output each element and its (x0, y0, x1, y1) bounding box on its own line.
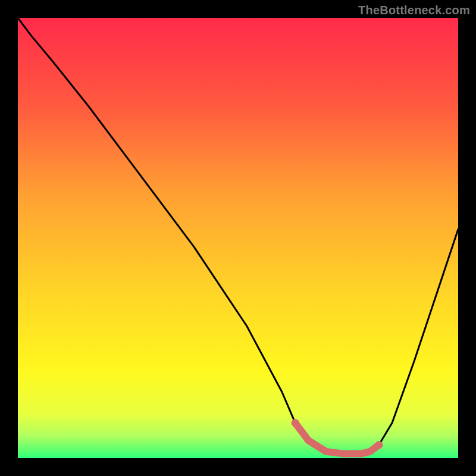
series-bottleneck-curve (18, 18, 458, 454)
series-endpoint (375, 441, 383, 449)
plot-area (18, 18, 458, 458)
series-endpoint (292, 419, 299, 427)
series-bottom-highlight (295, 423, 379, 454)
app-root: TheBottleneck.com (0, 0, 476, 476)
chart-canvas (18, 18, 458, 458)
watermark-text: TheBottleneck.com (358, 4, 470, 17)
